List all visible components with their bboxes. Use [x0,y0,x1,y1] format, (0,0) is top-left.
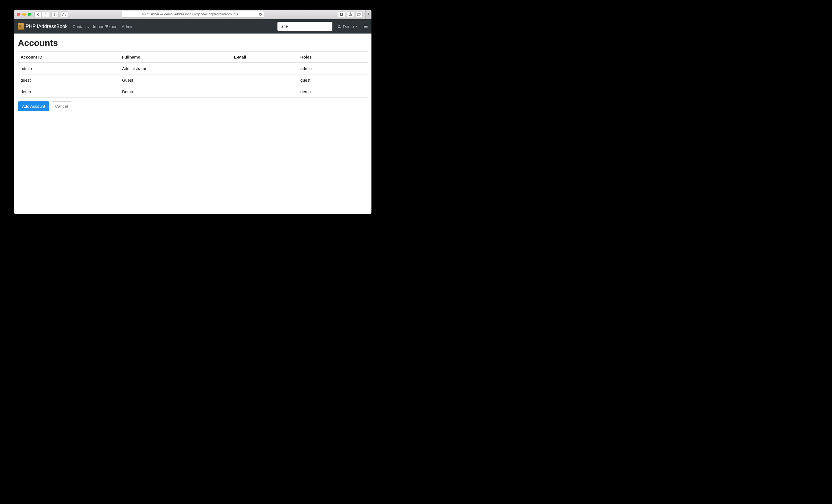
cell-account-id: guest [18,75,119,86]
user-menu[interactable]: Demo [337,24,358,29]
svg-rect-0 [53,13,57,16]
nav-link-import-export[interactable]: Import/Export [93,24,118,29]
table-row[interactable]: guest Guest guest [18,75,368,86]
user-label: Demo [343,24,354,29]
minimize-window-button[interactable] [22,12,26,16]
cell-fullname: Administrator [119,63,231,75]
back-button[interactable] [34,11,42,17]
cell-roles: admin [298,63,368,75]
content: Accounts Account ID Fullname E-Mail Role… [14,33,371,115]
col-email: E-Mail [231,52,298,63]
nav-link-admin[interactable]: Admin [122,24,134,29]
browser-window: Nicht sicher — demo.iaddressbook.org/ind… [14,9,371,214]
show-tabs-button[interactable] [356,11,363,17]
col-account-id: Account ID [18,52,119,63]
maximize-window-button[interactable] [28,12,31,16]
cell-roles: guest [298,75,368,86]
cell-account-id: admin [18,63,119,75]
page-title: Accounts [18,38,368,48]
page: PHP iAddressBook Contacts Import/Export … [14,19,371,214]
reload-icon[interactable] [258,12,262,16]
url-text: Nicht sicher — demo.iaddressbook.org/ind… [142,12,238,16]
forward-button[interactable] [42,11,49,17]
close-window-button[interactable] [17,12,20,16]
cell-fullname: Demo [119,86,231,98]
icloud-tabs-button[interactable] [61,11,68,17]
brand-label: PHP iAddressBook [26,24,68,29]
cell-roles: demo [298,86,368,98]
url-bar[interactable]: Nicht sicher — demo.iaddressbook.org/ind… [121,11,264,18]
share-button[interactable] [347,11,354,17]
add-account-button[interactable]: Add Account [18,101,49,111]
table-header-row: Account ID Fullname E-Mail Roles [18,52,368,63]
new-tab-button[interactable]: + [365,9,371,19]
sidebar-toggle-button[interactable] [51,11,58,17]
browser-chrome: Nicht sicher — demo.iaddressbook.org/ind… [14,9,371,19]
chrome-right: + [338,9,369,19]
cell-fullname: Guest [119,75,231,86]
traffic-lights [17,12,31,16]
nav-link-contacts[interactable]: Contacts [73,24,89,29]
table-row[interactable]: demo Demo demo [18,86,368,98]
list-view-button[interactable] [363,24,368,28]
cell-email [231,75,298,86]
app-navbar: PHP iAddressBook Contacts Import/Export … [14,19,371,33]
brand[interactable]: PHP iAddressBook [18,23,68,30]
col-roles: Roles [298,52,368,63]
nav-buttons [34,11,49,17]
downloads-button[interactable] [338,11,345,17]
user-icon [337,24,341,28]
caret-down-icon [356,26,358,27]
table-row[interactable]: admin Administrator admin [18,63,368,75]
button-row: Add Account Cancel [18,101,368,111]
svg-rect-4 [358,14,360,16]
search-input[interactable] [278,22,332,31]
cell-account-id: demo [18,86,119,98]
navbar-right: Demo [278,22,368,31]
cancel-button[interactable]: Cancel [51,101,72,111]
accounts-table: Account ID Fullname E-Mail Roles admin A… [18,51,368,98]
book-icon [18,23,24,30]
cell-email [231,86,298,98]
cell-email [231,63,298,75]
col-fullname: Fullname [119,52,231,63]
